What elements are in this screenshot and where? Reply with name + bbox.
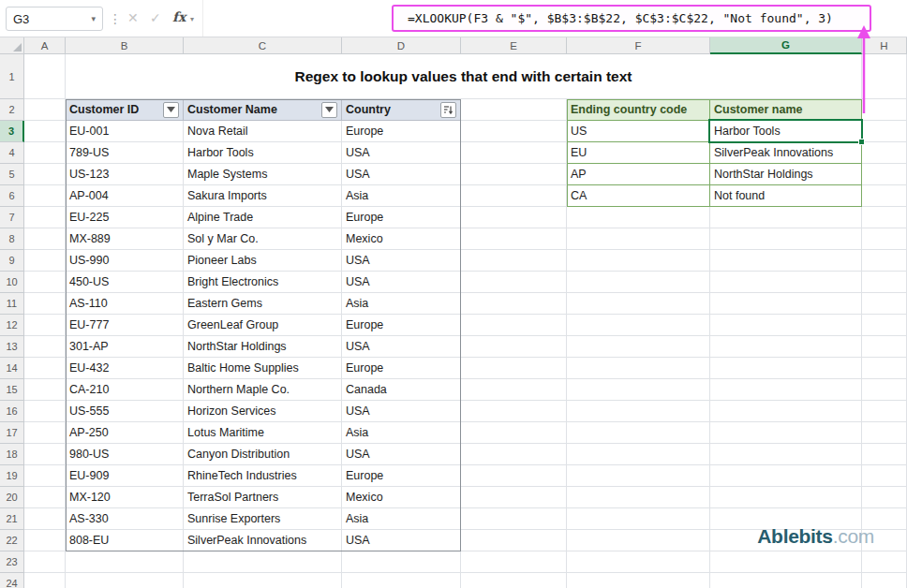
- row-header-14[interactable]: 14: [0, 358, 24, 379]
- cell-B5[interactable]: US-123: [66, 164, 184, 185]
- cell-A4[interactable]: [24, 142, 66, 164]
- cell-B7[interactable]: EU-225: [66, 207, 184, 228]
- cell-D20[interactable]: Mexico: [342, 487, 461, 508]
- cell-E15[interactable]: [461, 379, 567, 401]
- row-header-3[interactable]: 3: [0, 121, 24, 142]
- cell-E22[interactable]: [461, 530, 567, 551]
- cell-G2[interactable]: Customer name: [710, 99, 862, 121]
- cell-F10[interactable]: [567, 272, 710, 293]
- cell-B22[interactable]: 808-EU: [66, 530, 184, 551]
- cell-E14[interactable]: [461, 358, 567, 379]
- cell-A3[interactable]: [24, 121, 66, 142]
- row-header-4[interactable]: 4: [0, 142, 24, 164]
- cell-F9[interactable]: [567, 250, 710, 272]
- cell-B4[interactable]: 789-US: [66, 142, 184, 164]
- cell-C6[interactable]: Sakura Imports: [184, 185, 342, 207]
- cell-C24[interactable]: [184, 573, 342, 588]
- cell-G18[interactable]: [710, 444, 862, 465]
- cell-B18[interactable]: 980-US: [66, 444, 184, 465]
- cell-H6[interactable]: [862, 185, 907, 207]
- cell-B3[interactable]: EU-001: [66, 121, 184, 142]
- cell-G11[interactable]: [710, 293, 862, 315]
- insert-function-icon[interactable]: fx: [172, 9, 186, 24]
- cell-C9[interactable]: Pioneer Labs: [184, 250, 342, 272]
- cell-D14[interactable]: Europe: [342, 358, 461, 379]
- cell-A12[interactable]: [24, 315, 66, 336]
- cell-A19[interactable]: [24, 465, 66, 487]
- cell-C22[interactable]: SilverPeak Innovations: [184, 530, 342, 551]
- cell-C14[interactable]: Baltic Home Supplies: [184, 358, 342, 379]
- cell-B9[interactable]: US-990: [66, 250, 184, 272]
- cell-A18[interactable]: [24, 444, 66, 465]
- cell-F15[interactable]: [567, 379, 710, 401]
- cell-E8[interactable]: [461, 228, 567, 250]
- row-header-6[interactable]: 6: [0, 185, 24, 207]
- cell-D2[interactable]: Country: [342, 99, 461, 121]
- cell-D7[interactable]: Europe: [342, 207, 461, 228]
- cell-D8[interactable]: Mexico: [342, 228, 461, 250]
- filter-dropdown-icon[interactable]: [163, 102, 179, 118]
- column-header-E[interactable]: E: [461, 37, 567, 54]
- cell-H7[interactable]: [862, 207, 907, 228]
- cell-D23[interactable]: [342, 551, 461, 573]
- cell-H3[interactable]: [862, 121, 907, 142]
- cell-B16[interactable]: US-555: [66, 401, 184, 422]
- cell-G24[interactable]: [710, 573, 862, 588]
- cell-A16[interactable]: [24, 401, 66, 422]
- cell-D6[interactable]: Asia: [342, 185, 461, 207]
- cell-F12[interactable]: [567, 315, 710, 336]
- cell-C19[interactable]: RhineTech Industries: [184, 465, 342, 487]
- row-header-23[interactable]: 23: [0, 551, 24, 573]
- cell-F11[interactable]: [567, 293, 710, 315]
- cell-F17[interactable]: [567, 422, 710, 444]
- cell-F18[interactable]: [567, 444, 710, 465]
- row-header-22[interactable]: 22: [0, 530, 24, 551]
- cell-B14[interactable]: EU-432: [66, 358, 184, 379]
- row-header-12[interactable]: 12: [0, 315, 24, 336]
- cell-H8[interactable]: [862, 228, 907, 250]
- row-header-18[interactable]: 18: [0, 444, 24, 465]
- cell-E21[interactable]: [461, 508, 567, 530]
- cell-E4[interactable]: [461, 142, 567, 164]
- cell-A17[interactable]: [24, 422, 66, 444]
- cell-D11[interactable]: Asia: [342, 293, 461, 315]
- cell-F24[interactable]: [567, 573, 710, 588]
- cell-F14[interactable]: [567, 358, 710, 379]
- cell-E3[interactable]: [461, 121, 567, 142]
- cell-D16[interactable]: USA: [342, 401, 461, 422]
- column-header-H[interactable]: H: [862, 37, 907, 54]
- cell-A21[interactable]: [24, 508, 66, 530]
- cell-C13[interactable]: NorthStar Holdings: [184, 336, 342, 358]
- cell-A7[interactable]: [24, 207, 66, 228]
- cell-D24[interactable]: [342, 573, 461, 588]
- cell-C2[interactable]: Customer Name: [184, 99, 342, 121]
- cell-E13[interactable]: [461, 336, 567, 358]
- cell-E10[interactable]: [461, 272, 567, 293]
- cell-E12[interactable]: [461, 315, 567, 336]
- row-header-21[interactable]: 21: [0, 508, 24, 530]
- cell-E9[interactable]: [461, 250, 567, 272]
- row-header-15[interactable]: 15: [0, 379, 24, 401]
- column-header-D[interactable]: D: [342, 37, 461, 54]
- cell-E19[interactable]: [461, 465, 567, 487]
- row-header-20[interactable]: 20: [0, 487, 24, 508]
- cell-D21[interactable]: Asia: [342, 508, 461, 530]
- cell-H16[interactable]: [862, 401, 907, 422]
- cell-F2[interactable]: Ending country code: [567, 99, 710, 121]
- cell-B10[interactable]: 450-US: [66, 272, 184, 293]
- cell-D13[interactable]: USA: [342, 336, 461, 358]
- row-header-7[interactable]: 7: [0, 207, 24, 228]
- cell-B23[interactable]: [66, 551, 184, 573]
- cell-F6[interactable]: CA: [567, 185, 710, 207]
- sort-filter-icon[interactable]: [440, 102, 456, 118]
- cell-H4[interactable]: [862, 142, 907, 164]
- cell-H5[interactable]: [862, 164, 907, 185]
- cell-C23[interactable]: [184, 551, 342, 573]
- cell-F4[interactable]: EU: [567, 142, 710, 164]
- cell-C10[interactable]: Bright Electronics: [184, 272, 342, 293]
- row-header-19[interactable]: 19: [0, 465, 24, 487]
- column-header-C[interactable]: C: [184, 37, 342, 54]
- cell-H12[interactable]: [862, 315, 907, 336]
- cell-G13[interactable]: [710, 336, 862, 358]
- cell-G8[interactable]: [710, 228, 862, 250]
